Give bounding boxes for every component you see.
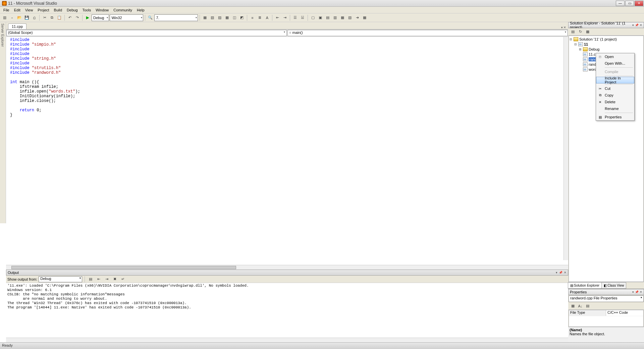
tool-btn-6[interactable]: ◩	[238, 14, 245, 21]
tool-btn-f[interactable]: ▧	[346, 14, 353, 21]
ctx-open[interactable]: □Open	[596, 53, 634, 60]
code-editor[interactable]: #include #include "simpio.h"#include #in…	[6, 37, 568, 265]
menu-file[interactable]: File	[1, 7, 11, 13]
menu-debug[interactable]: Debug	[65, 7, 79, 13]
output-pin-icon[interactable]: ▾	[556, 271, 557, 274]
new-file-button[interactable]: ▫	[9, 14, 15, 21]
platform-dropdown[interactable]: Win32	[110, 14, 143, 21]
find-icon[interactable]: 🔍	[147, 14, 154, 21]
tool-btn-b[interactable]: ▣	[317, 14, 324, 21]
property-val[interactable]: C/C++ Code	[606, 310, 643, 316]
se-tab-icon: ▤	[570, 284, 573, 287]
scope-right[interactable]: main()	[287, 30, 568, 36]
prop-pages[interactable]: ▤	[584, 303, 591, 309]
comment-button[interactable]: ☰	[292, 14, 299, 21]
undo-button[interactable]: ↶	[66, 14, 73, 21]
start-debug-button[interactable]: ▶	[84, 14, 91, 21]
config-dropdown[interactable]: Debug	[92, 14, 109, 21]
property-row[interactable]: File Type C/C++ Code	[569, 310, 643, 316]
prop-autohide[interactable]: 📌	[635, 290, 639, 294]
tool-btn-h[interactable]: ▦	[361, 14, 368, 21]
indent-less-button[interactable]: ⇤	[274, 14, 281, 21]
properties-grid[interactable]: File Type C/C++ Code	[569, 310, 644, 327]
save-button[interactable]: 💾	[23, 14, 30, 21]
prop-pin[interactable]: ▾	[632, 290, 634, 294]
tab-overflow[interactable]: ▾	[561, 26, 563, 29]
tab-close[interactable]: ✕	[564, 26, 566, 29]
minimize-button[interactable]: —	[616, 1, 625, 6]
menu-project[interactable]: Project	[36, 7, 51, 13]
tool-btn-d[interactable]: ▥	[332, 14, 338, 21]
solution-node[interactable]: Solution '11' (1 project)	[579, 37, 617, 41]
ctx-properties[interactable]: ▤Properties	[596, 114, 634, 120]
output-tb-4[interactable]: ✖	[111, 276, 118, 283]
cut-button[interactable]: ✂	[41, 14, 48, 21]
ctx-rename[interactable]: Rename	[596, 105, 634, 112]
ctx-copy[interactable]: ⧉Copy	[596, 92, 634, 99]
menu-edit[interactable]: Edit	[12, 7, 22, 13]
tool-btn-1[interactable]: ▦	[202, 14, 208, 21]
tab-11cpp[interactable]: 11.cpp	[8, 23, 26, 29]
tab-solution-explorer[interactable]: ▤Solution Explorer	[568, 282, 602, 289]
output-source-dropdown[interactable]: Debug	[39, 276, 82, 282]
maximize-button[interactable]: ▭	[625, 1, 634, 6]
copy-button[interactable]: ⧉	[49, 14, 55, 21]
prop-alpha[interactable]: A↓	[577, 303, 584, 309]
save-all-button[interactable]: ⎙	[31, 14, 38, 21]
se-pin[interactable]: ▾	[632, 23, 634, 27]
prop-categorized[interactable]: ▦	[570, 303, 576, 309]
menu-window[interactable]: Window	[94, 7, 111, 13]
output-close-icon[interactable]: ✕	[564, 271, 567, 274]
tool-btn-9[interactable]: A	[264, 14, 270, 21]
menu-help[interactable]: Help	[135, 7, 147, 13]
menu-community[interactable]: Community	[111, 7, 134, 13]
menu-view[interactable]: View	[23, 7, 35, 13]
redo-button[interactable]: ↷	[74, 14, 80, 21]
ctx-cut[interactable]: ✂Cut	[596, 85, 634, 92]
open-file-button[interactable]: 📂	[16, 14, 23, 21]
output-autohide-icon[interactable]: 📌	[559, 271, 562, 274]
tool-btn-e[interactable]: ▦	[339, 14, 346, 21]
find-combo[interactable]: 7.	[154, 14, 198, 21]
vertical-scrollbar[interactable]	[564, 37, 568, 260]
ctx-open-with-[interactable]: Open With...	[596, 60, 634, 67]
project-node[interactable]: 11	[584, 42, 588, 46]
scope-left[interactable]: (Global Scope)	[6, 30, 287, 36]
se-tb-2[interactable]: ↻	[577, 28, 584, 35]
output-tb-1[interactable]: ▤	[87, 276, 94, 283]
output-tb-5[interactable]: ↵	[119, 276, 126, 283]
tool-btn-5[interactable]: ◫	[231, 14, 238, 21]
debug-folder[interactable]: Debug	[589, 47, 599, 51]
indent-more-button[interactable]: ⇥	[281, 14, 288, 21]
tool-btn-g[interactable]: ➜	[354, 14, 361, 21]
output-tb-2[interactable]: ⇤	[95, 276, 102, 283]
output-text[interactable]: '11.exe': Loaded 'C:\Program Files (x86)…	[6, 283, 568, 338]
se-close[interactable]: ✕	[640, 23, 642, 27]
output-tb-3[interactable]: ⇥	[103, 276, 110, 283]
new-project-button[interactable]: ▥	[1, 14, 8, 21]
se-tb-1[interactable]: ▤	[570, 28, 576, 35]
tool-btn-a[interactable]: ▢	[310, 14, 316, 21]
horizontal-scrollbar[interactable]	[6, 265, 568, 270]
tool-btn-4[interactable]: ▩	[224, 14, 230, 21]
output-hscroll[interactable]	[6, 338, 568, 342]
tool-btn-3[interactable]: ▨	[216, 14, 223, 21]
ctx-delete[interactable]: ✕Delete	[596, 99, 634, 105]
tool-btn-7[interactable]: ≡	[249, 14, 256, 21]
menu-tools[interactable]: Tools	[80, 7, 93, 13]
se-tb-3[interactable]: ▦	[584, 28, 591, 35]
output-panel: Output ▾📌✕ Show output from: Debug ▤ ⇤ ⇥…	[6, 270, 568, 342]
uncomment-button[interactable]: ☱	[299, 14, 306, 21]
close-button[interactable]: ✕	[635, 1, 643, 6]
ctx-include-in-project[interactable]: Include In Project	[596, 77, 634, 83]
server-explorer-tab[interactable]: Server Explorer	[0, 22, 6, 223]
tool-btn-c[interactable]: ▤	[324, 14, 331, 21]
prop-close[interactable]: ✕	[640, 290, 642, 294]
tool-btn-8[interactable]: ≣	[256, 14, 263, 21]
menu-build[interactable]: Build	[52, 7, 64, 13]
paste-button[interactable]: 📋	[56, 14, 63, 21]
tab-class-view[interactable]: ◧Class View	[601, 282, 626, 289]
properties-object-dropdown[interactable]: randword.cpp File Properties	[569, 295, 644, 302]
tool-btn-2[interactable]: ▧	[209, 14, 216, 21]
se-autohide[interactable]: 📌	[635, 23, 639, 27]
